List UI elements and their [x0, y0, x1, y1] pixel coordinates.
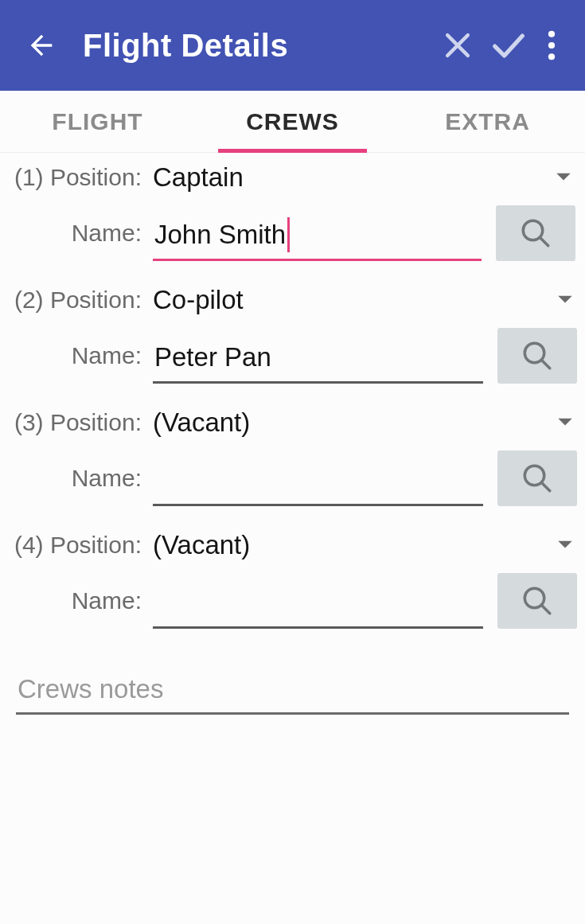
overflow-menu-button[interactable]: [534, 20, 569, 71]
name-label: Name:: [10, 342, 146, 369]
name-search-button[interactable]: [497, 450, 577, 506]
svg-line-8: [541, 482, 550, 491]
svg-point-0: [548, 31, 555, 37]
text-caret: [287, 217, 290, 252]
tab-flight[interactable]: FLIGHT: [0, 91, 195, 152]
name-value: John Smith: [154, 220, 286, 250]
name-input[interactable]: [153, 458, 483, 506]
page-title: Flight Details: [83, 28, 432, 64]
position-label: (2) Position:: [10, 287, 146, 314]
name-label: Name:: [10, 587, 146, 614]
tab-bar: FLIGHT CREWS EXTRA: [0, 91, 585, 153]
tab-extra[interactable]: EXTRA: [390, 91, 585, 152]
position-dropdown-caret[interactable]: [553, 417, 577, 428]
more-vert-icon: [548, 30, 556, 60]
position-dropdown-caret[interactable]: [553, 294, 577, 306]
name-input[interactable]: [153, 581, 483, 629]
search-icon: [521, 584, 554, 618]
position-select[interactable]: Captain: [153, 156, 552, 199]
svg-line-10: [541, 605, 550, 614]
chevron-down-icon: [556, 540, 574, 551]
position-dropdown-caret[interactable]: [552, 172, 575, 183]
search-icon: [521, 339, 554, 372]
appbar: Flight Details: [0, 0, 585, 91]
search-icon: [519, 216, 552, 250]
svg-point-1: [548, 42, 555, 49]
name-input[interactable]: [153, 336, 483, 384]
chevron-down-icon: [556, 417, 574, 428]
back-button[interactable]: [16, 20, 67, 71]
position-label: (4) Position:: [10, 532, 146, 559]
position-label: (3) Position:: [10, 409, 146, 436]
chevron-down-icon: [556, 294, 574, 306]
position-select[interactable]: (Vacant): [153, 524, 553, 567]
name-search-button[interactable]: [497, 328, 577, 384]
arrow-left-icon: [25, 29, 57, 61]
name-input[interactable]: John Smith: [153, 213, 482, 261]
cancel-button[interactable]: [432, 20, 483, 71]
position-dropdown-caret[interactable]: [553, 540, 577, 551]
svg-point-2: [548, 53, 555, 60]
close-icon: [440, 28, 475, 63]
name-label: Name:: [10, 220, 146, 247]
svg-line-4: [540, 237, 548, 246]
crew-row: (1) Position: Captain Name: John Smith: [10, 156, 575, 261]
tab-crews[interactable]: CREWS: [195, 91, 390, 152]
check-icon: [488, 25, 529, 66]
position-label: (1) Position:: [10, 164, 146, 191]
name-label: Name:: [10, 465, 146, 492]
crews-form: (1) Position: Captain Name: John Smith (…: [0, 153, 585, 723]
name-search-button[interactable]: [497, 573, 577, 629]
name-search-button[interactable]: [496, 205, 575, 261]
position-select[interactable]: Co-pilot: [153, 279, 553, 322]
crew-row: (3) Position: (Vacant) Name:: [10, 401, 575, 506]
svg-line-6: [541, 360, 550, 368]
search-icon: [521, 462, 554, 495]
chevron-down-icon: [555, 172, 572, 183]
crews-notes-input[interactable]: [16, 670, 569, 715]
confirm-button[interactable]: [483, 20, 534, 71]
crew-row: (2) Position: Co-pilot Name:: [10, 279, 575, 384]
position-select[interactable]: (Vacant): [153, 401, 553, 444]
crew-row: (4) Position: (Vacant) Name:: [10, 524, 575, 629]
